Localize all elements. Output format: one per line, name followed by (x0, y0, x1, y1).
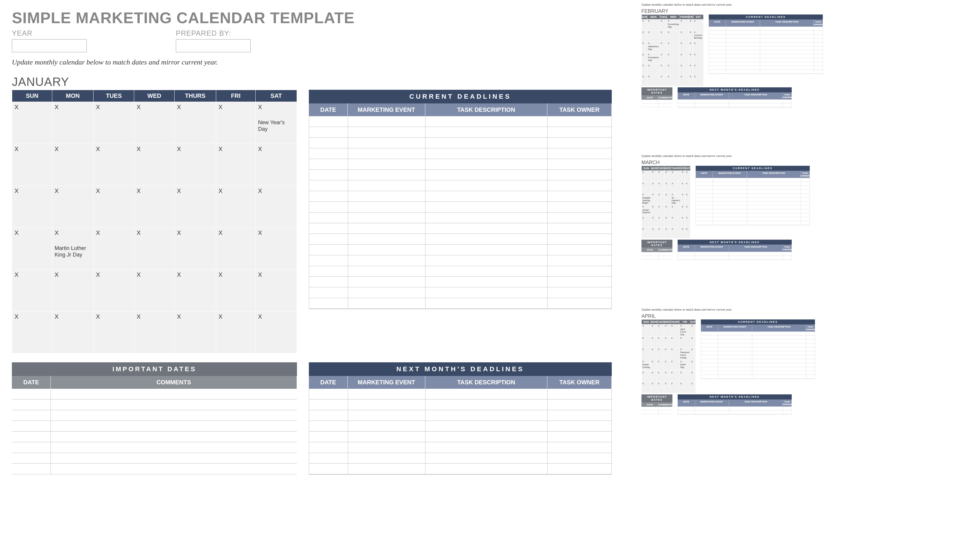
calendar-cell[interactable]: X (664, 337, 670, 347)
table-row[interactable] (309, 244, 611, 255)
table-cell[interactable] (709, 66, 726, 70)
table-row[interactable] (709, 66, 822, 70)
table-cell[interactable] (709, 58, 726, 62)
table-row[interactable] (641, 104, 672, 107)
table-cell[interactable] (547, 137, 611, 148)
table-cell[interactable] (547, 399, 611, 410)
table-cell[interactable] (426, 266, 547, 277)
calendar-cell[interactable]: X (94, 270, 134, 311)
table-cell[interactable] (814, 58, 822, 62)
table-cell[interactable] (814, 42, 822, 46)
table-cell[interactable] (701, 339, 718, 343)
table-cell[interactable] (709, 38, 726, 42)
calendar-cell[interactable]: X (671, 182, 681, 193)
calendar-cell[interactable]: X (680, 42, 689, 53)
calendar-cell[interactable]: X (657, 182, 665, 193)
table-row[interactable] (309, 170, 611, 180)
calendar-cell[interactable]: X (641, 19, 647, 30)
table-row[interactable] (309, 127, 611, 137)
calendar-cell[interactable]: X (12, 311, 52, 353)
table-row[interactable] (701, 339, 815, 343)
calendar-cell[interactable]: X (256, 311, 297, 353)
table-cell[interactable] (426, 137, 547, 148)
calendar-cell[interactable]: X (647, 30, 660, 41)
table-cell[interactable] (726, 66, 760, 70)
table-row[interactable] (12, 464, 297, 474)
table-row[interactable] (696, 186, 810, 190)
table-cell[interactable] (695, 99, 729, 104)
table-row[interactable] (641, 256, 672, 259)
calendar-cell[interactable]: X (679, 382, 690, 393)
calendar-cell[interactable]: X (670, 359, 679, 371)
table-cell[interactable] (426, 298, 547, 309)
table-cell[interactable] (760, 54, 814, 58)
table-row[interactable] (309, 266, 611, 277)
table-cell[interactable] (814, 35, 822, 38)
calendar-cell[interactable]: XValentine's Day (647, 42, 660, 53)
table-cell[interactable] (547, 170, 611, 180)
table-row[interactable] (696, 182, 810, 186)
table-cell[interactable] (547, 442, 611, 453)
table-cell[interactable] (726, 62, 760, 66)
calendar-cell[interactable]: X (657, 193, 665, 205)
table-cell[interactable] (806, 335, 815, 339)
table-row[interactable] (709, 46, 822, 50)
table-cell[interactable] (678, 256, 695, 259)
table-cell[interactable] (729, 410, 783, 414)
calendar-cell[interactable]: X (641, 53, 647, 64)
calendar-cell[interactable]: X (664, 347, 670, 359)
calendar-cell[interactable]: X (689, 30, 694, 41)
calendar-cell[interactable]: X (94, 186, 134, 228)
table-cell[interactable] (747, 209, 801, 213)
table-cell[interactable] (51, 431, 297, 442)
table-cell[interactable] (701, 371, 718, 375)
table-cell[interactable] (814, 66, 822, 70)
table-cell[interactable] (814, 62, 822, 66)
table-cell[interactable] (547, 453, 611, 464)
calendar-cell[interactable]: X (52, 144, 94, 186)
calendar-cell[interactable]: X (651, 227, 657, 238)
table-cell[interactable] (806, 371, 815, 375)
calendar-cell[interactable]: X (134, 102, 175, 144)
table-row[interactable] (709, 70, 822, 74)
table-cell[interactable] (348, 421, 426, 431)
table-row[interactable] (309, 421, 611, 431)
table-cell[interactable] (713, 193, 747, 197)
calendar-cell[interactable]: X (216, 144, 255, 186)
table-cell[interactable] (12, 442, 51, 453)
table-cell[interactable] (659, 252, 673, 256)
table-cell[interactable] (752, 339, 806, 343)
table-cell[interactable] (348, 170, 426, 180)
table-cell[interactable] (696, 213, 713, 217)
calendar-cell[interactable]: XDaylight Savings Begin (641, 193, 651, 205)
table-cell[interactable] (806, 343, 815, 347)
calendar-cell[interactable]: XMartin Luther King Jr Day (52, 228, 94, 270)
table-row[interactable] (709, 54, 822, 58)
table-cell[interactable] (814, 30, 822, 35)
table-row[interactable] (309, 159, 611, 170)
table-cell[interactable] (783, 99, 792, 104)
table-cell[interactable] (760, 38, 814, 42)
calendar-cell[interactable]: X (660, 75, 667, 86)
table-cell[interactable] (709, 62, 726, 66)
table-row[interactable] (696, 198, 810, 201)
table-cell[interactable] (783, 410, 792, 414)
calendar-cell[interactable]: X (681, 193, 686, 205)
table-cell[interactable] (547, 191, 611, 202)
table-cell[interactable] (348, 266, 426, 277)
calendar-cell[interactable]: X (667, 30, 680, 41)
calendar-cell[interactable]: X (175, 102, 216, 144)
table-cell[interactable] (718, 335, 752, 339)
table-cell[interactable] (806, 347, 815, 351)
table-row[interactable] (641, 410, 672, 414)
table-cell[interactable] (709, 50, 726, 54)
table-cell[interactable] (713, 201, 747, 205)
year-input[interactable] (12, 39, 87, 52)
table-row[interactable] (12, 399, 297, 410)
table-cell[interactable] (801, 221, 810, 225)
table-cell[interactable] (426, 442, 547, 453)
calendar-cell[interactable]: X (693, 75, 703, 86)
table-cell[interactable] (12, 421, 51, 431)
table-cell[interactable] (547, 244, 611, 255)
table-cell[interactable] (696, 178, 713, 182)
